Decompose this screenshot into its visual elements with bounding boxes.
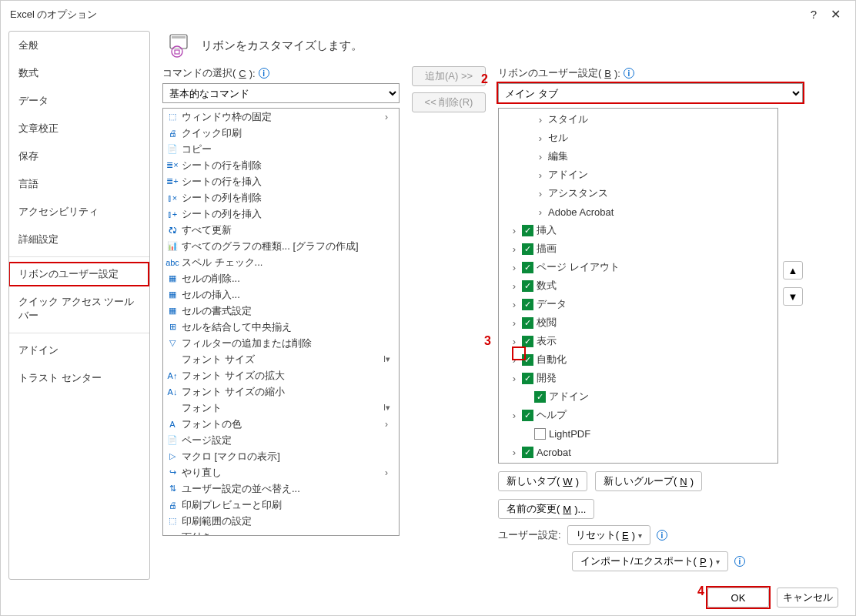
ribbon-tree[interactable]: ›スタイル›セル›編集›アドイン›アシスタンス›Adobe Acrobat›✓挿… [498,108,778,464]
reset-button[interactable]: リセット(E)▾ [567,525,650,545]
tree-item[interactable]: ›PDFelement [499,461,777,464]
tree-item[interactable]: ›✓ページ レイアウト [499,258,777,276]
tree-item[interactable]: ›セル [499,129,777,147]
expand-icon[interactable]: › [536,132,545,144]
sidebar-item[interactable]: 言語 [9,170,149,198]
list-item[interactable]: フォント サイズI▾ [163,351,399,367]
tree-checkbox[interactable]: ✓ [522,410,533,421]
expand-icon[interactable]: › [510,317,519,329]
cancel-button[interactable]: キャンセル [777,588,838,608]
tree-checkbox[interactable]: ✓ [522,243,533,255]
remove-button[interactable]: << 削除(R) [412,92,486,112]
tree-item[interactable]: ›✓数式 [499,276,777,295]
tree-item[interactable]: ›✓自動化 [499,350,777,369]
choose-commands-combo[interactable]: 基本的なコマンド [162,83,400,103]
rename-button[interactable]: 名前の変更(M)... [498,499,594,519]
info-icon[interactable]: i [624,68,634,79]
commands-listbox[interactable]: ⬚ウィンドウ枠の固定›🖨クイック印刷📄コピー≣×シートの行を削除≣+シートの行を… [162,108,400,536]
tree-item[interactable]: LightPDF [499,424,777,443]
tree-item[interactable]: ›✓挿入 [499,221,777,239]
sidebar-item[interactable]: 詳細設定 [9,226,149,253]
tree-item[interactable]: ›スタイル [499,110,777,129]
tree-checkbox[interactable]: ✓ [522,354,533,366]
expand-icon[interactable]: › [536,169,545,181]
sidebar-item[interactable]: 全般 [9,32,149,59]
expand-icon[interactable]: › [536,114,545,126]
import-export-button[interactable]: インポート/エクスポート(P)▾ [572,551,728,571]
list-item[interactable]: ≣×シートの行を削除 [163,157,399,173]
list-item[interactable]: 📄コピー [163,141,399,157]
list-item[interactable]: ⫿+シートの列を挿入 [163,206,399,222]
list-item[interactable]: ▦セルの削除... [163,270,399,286]
list-item[interactable]: 📊すべてのグラフの種類... [グラフの作成] [163,238,399,254]
list-item[interactable]: ▽フィルターの追加または削除 [163,335,399,351]
list-item[interactable]: Aフォントの色› [163,416,399,432]
sidebar-item[interactable]: トラスト センター [9,364,149,392]
list-item[interactable]: ▷マクロ [マクロの表示] [163,448,399,464]
expand-icon[interactable]: › [510,447,519,458]
tree-item[interactable]: ›✓表示 [499,332,777,350]
list-item[interactable]: ↪やり直し› [163,464,399,480]
sidebar-item[interactable]: 文章校正 [9,115,149,142]
tree-checkbox[interactable]: ✓ [522,317,533,329]
info-icon[interactable]: i [259,68,269,79]
list-item[interactable]: A↑フォント サイズの拡大 [163,367,399,383]
tree-checkbox[interactable]: ✓ [522,299,533,310]
close-icon[interactable]: ✕ [824,7,846,22]
info-icon[interactable]: i [734,556,745,567]
sidebar-item[interactable]: クイック アクセス ツール バー [9,288,149,330]
list-item[interactable]: ≣+シートの行を挿入 [163,173,399,189]
new-group-button[interactable]: 新しいグループ(N) [595,471,702,491]
list-item[interactable]: ▦セルの挿入... [163,286,399,303]
tree-item[interactable]: ✓アドイン [499,387,777,406]
sidebar-item[interactable]: データ [9,87,149,115]
list-item[interactable]: x₂下付き [163,529,399,536]
expand-icon[interactable]: › [536,151,545,162]
tree-item[interactable]: ›✓ヘルプ [499,406,777,424]
sub-combo-icon[interactable]: I▾ [383,354,396,364]
list-item[interactable]: フォントI▾ [163,400,399,416]
list-item[interactable]: 🖨印刷プレビューと印刷 [163,497,399,513]
tree-checkbox[interactable]: ✓ [522,280,533,292]
sidebar-item[interactable]: 数式 [9,59,149,87]
list-item[interactable]: 📄ページ設定 [163,432,399,448]
sidebar-item[interactable]: アドイン [9,333,149,364]
move-up-button[interactable]: ▲ [783,261,803,280]
list-item[interactable]: 🗘すべて更新 [163,222,399,238]
tree-item[interactable]: ›アドイン [499,166,777,184]
tree-checkbox[interactable]: ✓ [534,391,546,403]
tree-checkbox[interactable]: ✓ [522,225,533,236]
expand-icon[interactable]: › [510,410,519,421]
expand-icon[interactable]: › [536,188,545,199]
tree-item[interactable]: ›✓描画 [499,239,777,258]
expand-icon[interactable]: › [510,354,519,366]
tree-checkbox[interactable]: ✓ [522,373,533,384]
expand-icon[interactable]: › [510,280,519,292]
move-down-button[interactable]: ▼ [783,287,803,306]
expand-icon[interactable]: › [510,225,519,236]
expand-icon[interactable]: › [510,243,519,255]
tree-item[interactable]: ›✓校閲 [499,313,777,332]
list-item[interactable]: A↓フォント サイズの縮小 [163,383,399,400]
sub-combo-icon[interactable]: I▾ [383,403,396,413]
list-item[interactable]: ▦セルの書式設定 [163,303,399,319]
sidebar-item[interactable]: リボンのユーザー設定 [9,256,149,288]
expand-icon[interactable]: › [510,336,519,347]
list-item[interactable]: ⇅ユーザー設定の並べ替え... [163,480,399,497]
expand-icon[interactable]: › [510,262,519,273]
help-icon[interactable]: ? [803,8,824,21]
tree-item[interactable]: ›アシスタンス [499,184,777,203]
info-icon[interactable]: i [657,530,667,541]
ok-button[interactable]: OK [707,588,769,608]
new-tab-button[interactable]: 新しいタブ(W) [498,471,587,491]
list-item[interactable]: ⬚印刷範囲の設定 [163,513,399,529]
tree-item[interactable]: ›Adobe Acrobat [499,203,777,221]
sidebar-item[interactable]: アクセシビリティ [9,198,149,226]
list-item[interactable]: ⊞セルを結合して中央揃え [163,319,399,335]
expand-icon[interactable]: › [510,373,519,384]
tree-checkbox[interactable] [534,428,546,440]
list-item[interactable]: ⬚ウィンドウ枠の固定› [163,109,399,125]
tree-item[interactable]: ›✓データ [499,295,777,313]
tree-item[interactable]: ›✓開発 [499,369,777,387]
list-item[interactable]: 🖨クイック印刷 [163,125,399,141]
